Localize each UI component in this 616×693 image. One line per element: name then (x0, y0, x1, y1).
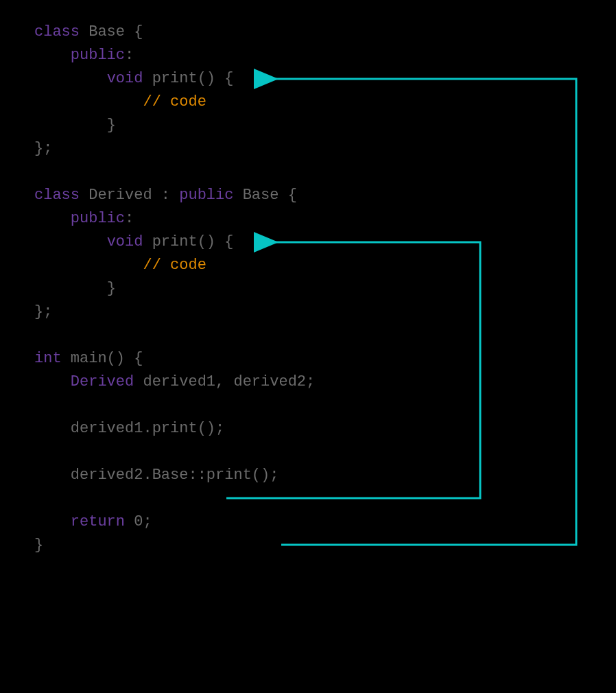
line-7: class Derived : public Base { (34, 184, 582, 207)
indent (34, 233, 107, 250)
indent (34, 373, 71, 390)
indent (34, 210, 71, 227)
brace: } (107, 280, 116, 297)
line-5: } (34, 114, 582, 137)
indent (34, 47, 71, 64)
call-base: derived2.Base::print(); (71, 467, 279, 484)
keyword-return: return (71, 513, 125, 530)
line-18: } (34, 534, 582, 557)
line-16: derived2.Base::print(); (34, 464, 582, 487)
call-derived: derived1.print(); (71, 420, 224, 437)
end: }; (34, 303, 52, 320)
line-4: // code (34, 91, 582, 114)
colon: : (125, 210, 134, 227)
line-13: int main() { (34, 347, 582, 371)
line-12: }; (34, 301, 582, 324)
indent (34, 93, 143, 110)
keyword-void: void (107, 70, 143, 87)
line-1: class Base { (34, 21, 582, 44)
keyword-public: public (71, 210, 125, 227)
indent (34, 420, 71, 437)
text: Derived : (80, 187, 179, 204)
text: print() { (143, 70, 233, 87)
comment: // code (143, 93, 206, 110)
blank-4 (34, 441, 582, 464)
code-diagram: class Base { public: void print() { // c… (34, 21, 582, 557)
keyword-int: int (34, 350, 62, 367)
text: 0; (125, 513, 152, 530)
line-10: // code (34, 254, 582, 277)
keyword-class: class (34, 187, 80, 204)
keyword-public: public (71, 47, 125, 64)
text: derived1, derived2; (134, 373, 315, 390)
text: Base { (233, 187, 296, 204)
blank-3 (34, 394, 582, 417)
indent (34, 467, 71, 484)
comment: // code (143, 257, 206, 274)
line-9: void print() { (34, 231, 582, 254)
blank-2 (34, 324, 582, 347)
line-6: }; (34, 137, 582, 161)
colon: : (125, 47, 134, 64)
keyword-public: public (179, 187, 233, 204)
text: print() { (143, 233, 233, 250)
text: Base { (80, 23, 143, 40)
line-8: public: (34, 207, 582, 231)
indent (34, 117, 107, 134)
line-15: derived1.print(); (34, 417, 582, 441)
keyword-class: class (34, 23, 80, 40)
type-name: Derived (71, 373, 134, 390)
end: }; (34, 140, 52, 157)
line-11: } (34, 277, 582, 301)
indent (34, 70, 107, 87)
text: main() { (62, 350, 143, 367)
blank-5 (34, 487, 582, 510)
line-14: Derived derived1, derived2; (34, 371, 582, 394)
line-17: return 0; (34, 510, 582, 534)
indent (34, 257, 143, 274)
brace: } (34, 537, 43, 554)
line-3: void print() { (34, 67, 582, 91)
line-2: public: (34, 44, 582, 67)
keyword-void: void (107, 233, 143, 250)
blank-1 (34, 161, 582, 184)
indent (34, 280, 107, 297)
indent (34, 513, 71, 530)
brace: } (107, 117, 116, 134)
